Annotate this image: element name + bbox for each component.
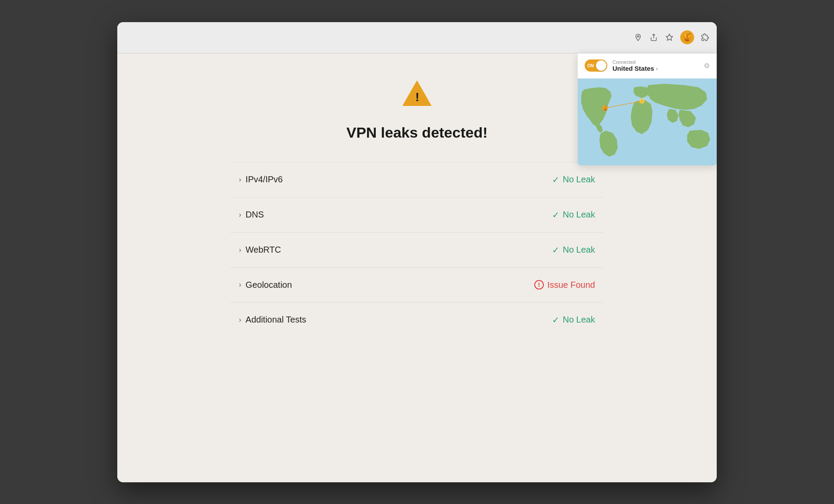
svg-point-9 — [641, 100, 643, 102]
share-icon[interactable] — [649, 33, 659, 42]
vpn-toggle[interactable]: ON — [585, 59, 607, 72]
leak-row-dns[interactable]: › DNS ✓ No Leak — [230, 198, 604, 233]
leak-row-geolocation[interactable]: › Geolocation ! Issue Found — [230, 268, 604, 303]
chevron-right-icon: › — [239, 316, 241, 324]
ipv4ipv6-status: ✓ No Leak — [552, 175, 596, 185]
main-content: ! VPN leaks detected! › IPv4/IPv6 ✓ No L… — [230, 79, 604, 337]
vpn-status: Connected United States › — [612, 59, 658, 72]
chevron-right-icon: › — [239, 281, 241, 289]
warning-triangle-icon: ! — [401, 79, 433, 114]
browser-window: 🍯 ON Connected United States — [117, 22, 717, 482]
check-icon: ✓ — [552, 315, 559, 325]
additional-status: ✓ No Leak — [552, 315, 596, 325]
vpn-toggle-area: ON Connected United States › — [585, 59, 658, 72]
dns-label: › DNS — [239, 210, 264, 220]
svg-marker-1 — [666, 34, 673, 40]
leak-row-webrtc[interactable]: › WebRTC ✓ No Leak — [230, 233, 604, 268]
geolocation-label: › Geolocation — [239, 280, 292, 290]
leak-row-additional[interactable]: › Additional Tests ✓ No Leak — [230, 303, 604, 337]
issue-circle-icon: ! — [534, 280, 544, 290]
leak-row-ipv4ipv6[interactable]: › IPv4/IPv6 ✓ No Leak — [230, 162, 604, 198]
page-title: VPN leaks detected! — [346, 124, 487, 141]
location-icon[interactable] — [633, 33, 643, 42]
check-icon: ✓ — [552, 175, 559, 185]
ipv4ipv6-label: › IPv4/IPv6 — [239, 175, 283, 184]
vpn-popup: ON Connected United States › ⚙ — [578, 53, 717, 165]
browser-toolbar: 🍯 — [117, 22, 717, 53]
svg-point-0 — [637, 36, 639, 37]
chevron-right-icon: › — [656, 65, 658, 72]
chevron-right-icon: › — [239, 246, 241, 254]
dns-status: ✓ No Leak — [552, 210, 596, 220]
webrtc-label: › WebRTC — [239, 245, 281, 255]
settings-icon[interactable]: ⚙ — [704, 62, 710, 70]
check-icon: ✓ — [552, 245, 559, 255]
svg-text:!: ! — [415, 90, 419, 104]
puzzle-icon[interactable] — [700, 33, 710, 42]
check-icon: ✓ — [552, 210, 559, 220]
vpn-country[interactable]: United States › — [612, 65, 658, 72]
leak-tests-list: › IPv4/IPv6 ✓ No Leak › DNS ✓ — [230, 162, 604, 337]
vpn-map: 🍯 — [578, 79, 717, 165]
svg-text:🍯: 🍯 — [603, 105, 609, 111]
chevron-right-icon: › — [239, 176, 241, 184]
webrtc-status: ✓ No Leak — [552, 245, 596, 255]
vpn-extension-icon[interactable]: 🍯 — [680, 30, 694, 44]
additional-tests-label: › Additional Tests — [239, 315, 306, 325]
geolocation-status: ! Issue Found — [534, 280, 595, 290]
star-icon[interactable] — [665, 33, 674, 42]
chevron-right-icon: › — [239, 211, 241, 219]
vpn-status-label: Connected — [612, 59, 658, 65]
toggle-on-label: ON — [587, 63, 594, 68]
vpn-popup-header: ON Connected United States › ⚙ — [578, 53, 717, 79]
toggle-knob — [596, 60, 606, 71]
page-content: ON Connected United States › ⚙ — [117, 53, 717, 482]
